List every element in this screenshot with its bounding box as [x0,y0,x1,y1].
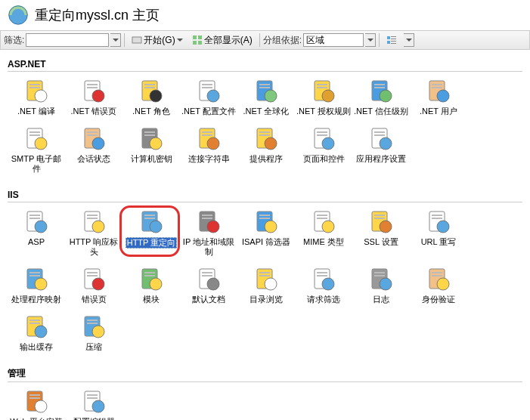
feature-label: 日志 [373,295,389,304]
feature-pages-controls[interactable]: 页面和控件 [295,125,352,174]
feature-logging[interactable]: 日志 [352,266,410,304]
web-platform-icon [23,388,50,415]
filter-dropdown[interactable] [110,33,121,47]
svg-rect-130 [374,272,385,273]
svg-rect-47 [29,134,40,136]
svg-point-52 [92,137,104,150]
feature-isapi-filters[interactable]: ISAPI 筛选器 [237,208,295,257]
feature-providers[interactable]: 提供程序 [237,125,295,174]
show-all-button[interactable]: 全部显示(A) [188,32,256,48]
feature-net-compile[interactable]: .NET 编译 [8,78,65,116]
feature-machine-key[interactable]: 计算机密钥 [122,125,180,174]
filter-input[interactable] [26,33,109,47]
feature-error-pages[interactable]: 错误页 [65,266,122,304]
feature-request-filter[interactable]: 请求筛选 [295,266,352,304]
svg-rect-98 [374,215,385,216]
svg-rect-75 [29,218,40,219]
svg-rect-15 [29,87,40,88]
svg-rect-59 [202,134,212,136]
svg-rect-79 [87,218,98,219]
feature-net-config[interactable]: .NET 配置文件 [180,78,237,116]
ssl-icon [367,208,395,236]
feature-url-rewrite[interactable]: URL 重写 [410,208,467,257]
svg-rect-74 [29,215,40,216]
svg-point-88 [207,221,219,233]
auth-icon [425,266,452,293]
svg-rect-106 [29,272,40,273]
svg-point-148 [35,400,47,412]
feature-auth[interactable]: 身份验证 [410,266,467,304]
feature-http-response[interactable]: HTTP 响应标头 [65,208,122,257]
section-mgmt: 管理 Web 平台安装程序 配置编辑器 [8,367,522,420]
svg-point-152 [92,400,104,412]
net-errorpages-icon [80,78,107,105]
svg-rect-134 [432,272,442,273]
feature-label: 身份验证 [422,295,455,304]
feature-smtp[interactable]: SMTP 电子邮件 [8,125,65,174]
svg-point-72 [380,137,392,150]
feature-compression[interactable]: 压缩 [65,313,122,352]
view-mode-dropdown[interactable] [404,33,414,47]
svg-point-116 [150,278,162,290]
svg-rect-135 [432,275,442,276]
feature-net-roles[interactable]: .NET 角色 [122,78,180,116]
view-icon [386,35,397,45]
feature-net-errorpages[interactable]: .NET 错误页 [65,78,122,116]
feature-label: 目录浏览 [250,295,283,304]
feature-http-redirect[interactable]: HTTP 重定向 [122,208,180,257]
svg-point-80 [92,221,104,233]
view-mode-button[interactable] [383,32,402,48]
svg-rect-83 [144,218,155,219]
start-button[interactable]: 开始(G) [128,32,186,48]
svg-rect-126 [317,272,327,273]
svg-rect-46 [29,131,40,133]
group-by-dropdown[interactable] [365,33,376,47]
svg-point-124 [265,278,277,290]
config-editor-icon [80,388,107,415]
feature-net-global[interactable]: .NET 全球化 [237,78,295,116]
feature-label: SMTP 电子邮件 [9,154,64,174]
feature-default-doc[interactable]: 默认文档 [180,266,237,304]
isapi-filters-icon [253,208,280,236]
net-compile-icon [23,78,50,105]
feature-ip-domain[interactable]: IP 地址和域限制 [180,208,237,257]
feature-net-users[interactable]: .NET 用户 [410,78,467,116]
feature-label: 连接字符串 [188,154,230,164]
feature-session-state[interactable]: 会话状态 [65,125,122,174]
svg-rect-71 [374,134,385,136]
asp-icon [23,208,50,236]
feature-config-editor[interactable]: 配置编辑器 [65,388,122,420]
svg-rect-27 [202,87,212,88]
feature-handler-map[interactable]: 处理程序映射 [8,266,65,304]
feature-modules[interactable]: 模块 [122,266,180,304]
feature-web-platform[interactable]: Web 平台安装程序 [8,388,65,420]
group-by-select[interactable]: 区域 [303,33,364,47]
svg-rect-147 [29,397,40,399]
feature-mime[interactable]: MIME 类型 [295,208,352,257]
feature-net-authrules[interactable]: .NET 授权规则 [295,78,352,116]
svg-rect-146 [29,394,40,396]
feature-ssl[interactable]: SSL 设置 [352,208,410,257]
section-aspnet: ASP.NET .NET 编译 .NET 错误页 .NET 角色 .NET 配置… [8,59,522,184]
error-pages-icon [80,266,107,293]
feature-output-cache[interactable]: 输出缓存 [8,313,65,352]
smtp-icon [23,125,50,153]
url-rewrite-icon [425,208,452,236]
svg-point-104 [437,221,449,233]
feature-app-settings[interactable]: 应用程序设置 [352,125,410,174]
feature-net-trust[interactable]: .NET 信任级别 [352,78,410,116]
modules-icon [138,266,165,293]
svg-rect-58 [202,131,212,133]
feature-conn-strings[interactable]: 连接字符串 [180,125,237,174]
section-title-aspnet: ASP.NET [8,59,522,69]
feature-asp[interactable]: ASP [8,208,65,257]
feature-label: IP 地址和域限制 [181,237,236,257]
feature-dir-browse[interactable]: 目录浏览 [237,266,295,304]
page-title: 重定向myssl.cn 主页 [35,6,160,24]
svg-point-32 [265,90,277,102]
svg-rect-139 [29,323,40,324]
session-state-icon [80,125,107,153]
feature-label: 模块 [143,295,160,304]
machine-key-icon [138,125,165,153]
svg-rect-6 [198,41,202,45]
